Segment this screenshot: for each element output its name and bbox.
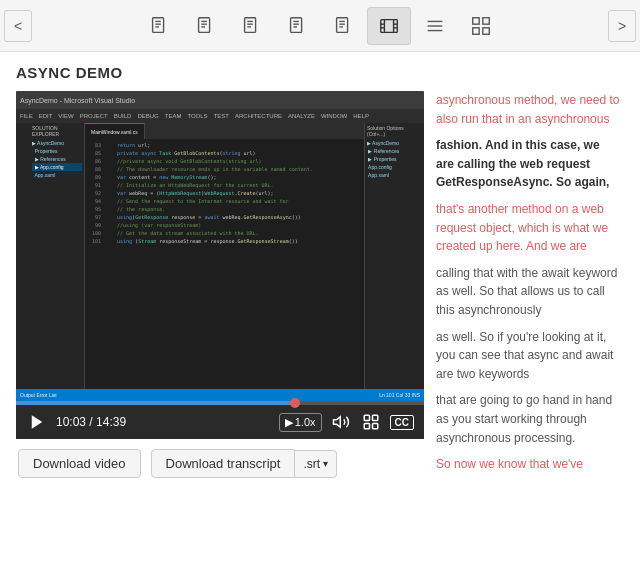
tab-document-2[interactable]	[183, 7, 227, 45]
format-label: .srt	[303, 457, 320, 471]
svg-rect-37	[372, 415, 377, 420]
svg-marker-34	[32, 415, 43, 429]
transcript-para-7: So now we know that we've	[436, 455, 620, 471]
svg-rect-31	[483, 17, 489, 23]
right-panel-item-4[interactable]: App.config	[367, 163, 422, 171]
volume-button[interactable]	[330, 411, 352, 433]
svg-rect-12	[291, 17, 302, 32]
vs-code-body: Solution Explorer ▶ AsyncDemo Properties…	[16, 123, 424, 401]
tab-icons-container	[32, 7, 608, 45]
svg-rect-32	[473, 27, 479, 33]
explorer-item-properties[interactable]: Properties	[32, 147, 82, 155]
right-panel-title: Solution Options (Ctrl+...)	[367, 125, 422, 137]
page-title: ASYNC DEMO	[16, 64, 624, 81]
download-bar: Download video Download transcript .srt …	[16, 449, 424, 478]
tab-document-1[interactable]	[137, 7, 181, 45]
vs-code-solution-explorer: Solution Explorer ▶ AsyncDemo Properties…	[30, 123, 85, 401]
vs-code-menubar: FILEEDITVIEWPROJECTBUILD DEBUGTEAMTOOLST…	[16, 109, 424, 123]
svg-rect-33	[483, 27, 489, 33]
svg-rect-30	[473, 17, 479, 23]
transcript-format-dropdown[interactable]: .srt ▾	[295, 450, 337, 478]
explorer-title: Solution Explorer	[32, 125, 82, 137]
transcript-para-1: asynchronous method, we need to also run…	[436, 91, 620, 128]
tab-next-button[interactable]: >	[608, 10, 636, 42]
video-time: 10:03 / 14:39	[56, 415, 126, 429]
video-screen: AsyncDemo - Microsoft Visual Studio FILE…	[16, 91, 424, 401]
transcript-panel[interactable]: asynchronous method, we need to also run…	[436, 91, 624, 471]
svg-rect-20	[381, 19, 398, 32]
svg-rect-38	[364, 424, 369, 429]
fullscreen-button[interactable]	[360, 411, 382, 433]
video-controls: 10:03 / 14:39 ▶ 1.0x	[16, 405, 424, 439]
svg-marker-35	[333, 417, 340, 428]
captions-button[interactable]: CC	[390, 415, 414, 430]
vs-code-right-panel: Solution Options (Ctrl+...) ▶ AsyncDemo …	[364, 123, 424, 401]
speed-button[interactable]: ▶ 1.0x	[279, 413, 322, 432]
transcript-para-2: fashion. And in this case, we are callin…	[436, 136, 620, 192]
explorer-item-asyncdemo[interactable]: ▶ AsyncDemo	[32, 139, 82, 147]
vs-code-statusbar: Output Error List Ln 101 Col 33 INS	[16, 389, 424, 401]
vs-code-activity-bar	[16, 123, 30, 401]
svg-rect-39	[372, 424, 377, 429]
svg-rect-0	[153, 17, 164, 32]
video-progress-fill	[16, 401, 295, 405]
video-progress-bar[interactable]	[16, 401, 424, 405]
svg-rect-16	[337, 17, 348, 32]
explorer-item-appxaml[interactable]: App.xaml	[32, 171, 82, 179]
video-container: AsyncDemo - Microsoft Visual Studio FILE…	[16, 91, 424, 478]
right-panel-item-1[interactable]: ▶ AsyncDemo	[367, 139, 422, 147]
tab-document-3[interactable]	[229, 7, 273, 45]
svg-rect-36	[364, 415, 369, 420]
play-button[interactable]	[26, 411, 48, 433]
right-panel-item-5[interactable]: App.xaml	[367, 171, 422, 179]
tab-prev-button[interactable]: <	[4, 10, 32, 42]
main-area: AsyncDemo - Microsoft Visual Studio FILE…	[16, 91, 624, 478]
svg-rect-8	[245, 17, 256, 32]
tab-bar: <	[0, 0, 640, 52]
tab-list[interactable]	[413, 7, 457, 45]
tab-grid[interactable]	[459, 7, 503, 45]
transcript-para-6: that are going to go hand in hand as you…	[436, 391, 620, 447]
svg-rect-4	[199, 17, 210, 32]
tab-film[interactable]	[367, 7, 411, 45]
vs-code-editor-area: MainWindow.xaml.cs 83 return url; 85 pri…	[85, 123, 364, 401]
vs-code-screenshot: AsyncDemo - Microsoft Visual Studio FILE…	[16, 91, 424, 401]
page-content: ASYNC DEMO AsyncDemo - Microsoft Visual …	[0, 52, 640, 478]
transcript-para-3: that's another method on a web request o…	[436, 200, 620, 256]
editor-tabs: MainWindow.xaml.cs	[85, 123, 364, 139]
right-panel-item-2[interactable]: ▶ References	[367, 147, 422, 155]
code-area: 83 return url; 85 private async Task Get…	[85, 139, 364, 247]
explorer-item-app[interactable]: ▶ App.config	[32, 163, 82, 171]
tab-document-4[interactable]	[275, 7, 319, 45]
transcript-text: asynchronous method, we need to also run…	[436, 91, 620, 471]
transcript-para-5: as well. So if you're looking at it, you…	[436, 328, 620, 384]
download-transcript-button[interactable]: Download transcript	[151, 449, 296, 478]
tab-document-5[interactable]	[321, 7, 365, 45]
explorer-item-references[interactable]: ▶ References	[32, 155, 82, 163]
vs-code-titlebar: AsyncDemo - Microsoft Visual Studio	[16, 91, 424, 109]
chevron-down-icon: ▾	[323, 458, 328, 469]
download-video-button[interactable]: Download video	[18, 449, 141, 478]
transcript-para-4: calling that with the await keyword as w…	[436, 264, 620, 320]
download-transcript-group: Download transcript .srt ▾	[151, 449, 338, 478]
right-panel-item-3[interactable]: ▶ Properties	[367, 155, 422, 163]
editor-tab-mainwindow[interactable]: MainWindow.xaml.cs	[85, 123, 145, 139]
